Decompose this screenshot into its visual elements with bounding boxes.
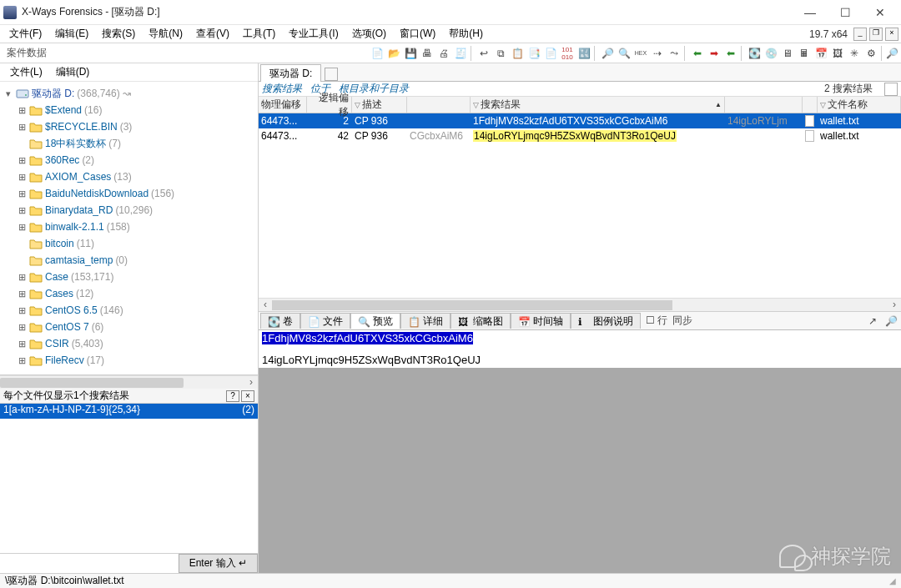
- minimize-button[interactable]: —: [793, 1, 828, 24]
- paste-icon[interactable]: 📋: [510, 46, 525, 61]
- new-icon[interactable]: 📄: [370, 46, 385, 61]
- find-right-icon[interactable]: 🔎: [884, 46, 899, 61]
- shade-restore-button[interactable]: ❐: [869, 28, 883, 41]
- open-icon[interactable]: 📂: [386, 46, 401, 61]
- crumb-results[interactable]: 搜索结果: [262, 82, 302, 96]
- back-icon[interactable]: ↩: [476, 46, 491, 61]
- copy2-icon[interactable]: 📑: [526, 46, 541, 61]
- close-panel-button[interactable]: ×: [241, 390, 254, 402]
- nav-fwd-icon[interactable]: ➡: [707, 46, 722, 61]
- tree-item[interactable]: ⊞ Binarydata_RD (10,296): [2, 202, 256, 219]
- tree-item[interactable]: ⊞ binwalk-2.1.1 (158): [2, 219, 256, 235]
- tab-legend[interactable]: ℹ图例说明: [571, 313, 641, 329]
- menu-window[interactable]: 窗口(W): [393, 25, 442, 43]
- menu-view[interactable]: 查看(V): [189, 25, 236, 43]
- resize-grip-icon[interactable]: ◢: [889, 576, 896, 585]
- tab-file[interactable]: 📄文件: [300, 313, 350, 329]
- enter-button[interactable]: Enter 输入 ↵: [179, 554, 258, 573]
- crumb-scope[interactable]: 根目录和子目录: [339, 82, 409, 96]
- goto-icon[interactable]: ⇢: [650, 46, 665, 61]
- col-physical-offset[interactable]: 物理偏移: [259, 97, 307, 113]
- tab-drive-d[interactable]: 驱动器 D:: [260, 64, 321, 82]
- tree-item[interactable]: ⊞ $RECYCLE.BIN (3): [2, 118, 256, 135]
- tree-item[interactable]: ⊞ CentOS 6.5 (146): [2, 302, 256, 319]
- shade-min-button[interactable]: _: [853, 28, 867, 41]
- menu-help[interactable]: 帮助(H): [442, 25, 490, 43]
- left-menu-file[interactable]: 文件(L): [3, 65, 49, 79]
- result-row[interactable]: 64473... 42 CP 936 CGcbxAiM6 14igLoRYLjm…: [259, 128, 901, 143]
- tab-preview[interactable]: 🔍预览: [350, 313, 400, 329]
- tree-item[interactable]: 18中科实数杯 (7): [2, 135, 256, 152]
- tab-volume[interactable]: 💽卷: [260, 313, 300, 329]
- col-file-icon[interactable]: [803, 97, 818, 113]
- col-logical-offset[interactable]: 逻辑偏移: [307, 97, 352, 113]
- tab-tool-icon[interactable]: [325, 68, 338, 81]
- menu-edit[interactable]: 编辑(E): [48, 25, 95, 43]
- print2-icon[interactable]: 🖨: [436, 46, 451, 61]
- menu-options[interactable]: 选项(O): [345, 25, 393, 43]
- save-icon[interactable]: 💾: [403, 46, 418, 61]
- preview-find-icon[interactable]: 🔎: [883, 314, 899, 329]
- menu-nav[interactable]: 导航(N): [142, 25, 189, 43]
- search-term-row[interactable]: 1[a-km-zA-HJ-NP-Z1-9]{25,34} (2): [0, 404, 258, 419]
- find-icon[interactable]: 🔎: [600, 46, 615, 61]
- menu-search[interactable]: 搜索(S): [95, 25, 142, 43]
- tree-view[interactable]: ▾ 驱动器 D: (368,746) ↝ ⊞ $Extend (16) ⊞ $R…: [0, 82, 258, 375]
- grid-body[interactable]: 64473... 2 CP 936 1FdhjMV8s2kzfAdU6TXVS3…: [259, 113, 901, 298]
- ram-icon[interactable]: 🖥: [780, 46, 795, 61]
- tree-item[interactable]: ⊞ Cases (12): [2, 285, 256, 302]
- tree-item[interactable]: ⊞ 360Rec (2): [2, 152, 256, 168]
- tab-thumbnail[interactable]: 🖼缩略图: [450, 313, 511, 329]
- menu-pro[interactable]: 专业工具(I): [282, 25, 345, 43]
- row-toggle[interactable]: ☐ 行: [646, 314, 667, 328]
- copy3-icon[interactable]: 📄: [543, 46, 558, 61]
- preview-tool1-icon[interactable]: ↗: [864, 314, 881, 329]
- tree-root[interactable]: ▾ 驱动器 D: (368,746) ↝: [2, 85, 256, 102]
- col-search-result[interactable]: ▽搜索结果▲: [471, 97, 725, 113]
- sync-toggle[interactable]: 同步: [672, 314, 692, 328]
- shade-close-button[interactable]: ×: [885, 28, 898, 41]
- disk2-icon[interactable]: 💿: [763, 46, 778, 61]
- decode-icon[interactable]: 🔣: [576, 46, 591, 61]
- tree-item[interactable]: ⊞ FileRecv (17): [2, 352, 256, 369]
- help-button[interactable]: ?: [226, 390, 239, 402]
- result-row[interactable]: 64473... 2 CP 936 1FdhjMV8s2kzfAdU6TXVS3…: [259, 113, 901, 128]
- tree-item[interactable]: ⊞ Case (153,171): [2, 269, 256, 285]
- tab-detail[interactable]: 📋详细: [400, 313, 450, 329]
- gear-icon[interactable]: ⚙: [863, 46, 878, 61]
- tree-scrollbar[interactable]: ‹›: [0, 375, 258, 389]
- left-menu-edit[interactable]: 编辑(D): [49, 65, 97, 79]
- tree-item[interactable]: ⊞ CSIR (5,403): [2, 335, 256, 352]
- cal-icon[interactable]: 📅: [813, 46, 828, 61]
- tree-item[interactable]: camtasia_temp (0): [2, 252, 256, 269]
- find-hex-icon[interactable]: HEX: [633, 46, 648, 61]
- nav-up-icon[interactable]: ⬅: [723, 46, 738, 61]
- crumb-tool-icon[interactable]: [884, 83, 898, 96]
- col-tail[interactable]: [725, 97, 803, 113]
- img-icon[interactable]: 🖼: [830, 46, 845, 61]
- disk-icon[interactable]: 💽: [747, 46, 762, 61]
- goto2-icon[interactable]: ⤳: [667, 46, 682, 61]
- print-icon[interactable]: 🖶: [420, 46, 435, 61]
- tree-item[interactable]: ⊞ CentOS 7 (6): [2, 319, 256, 335]
- tree-item[interactable]: ⊞ BaiduNetdiskDownload (156): [2, 185, 256, 202]
- col-context[interactable]: [407, 97, 471, 113]
- tree-item[interactable]: ⊞ AXIOM_Cases (13): [2, 168, 256, 185]
- hex-icon[interactable]: 101010: [560, 46, 575, 61]
- nav-back-icon[interactable]: ⬅: [690, 46, 705, 61]
- close-button[interactable]: ✕: [863, 1, 898, 24]
- col-filename[interactable]: ▽文件名称: [818, 97, 901, 113]
- copy-icon[interactable]: ⧉: [493, 46, 508, 61]
- preview-pane[interactable]: 1FdhjMV8s2kzfAdU6TXVS35xkCGcbxAiM6 14igL…: [259, 330, 901, 573]
- properties-icon[interactable]: 🧾: [453, 46, 468, 61]
- menu-tools[interactable]: 工具(T): [236, 25, 282, 43]
- grid-scrollbar[interactable]: ‹›: [259, 298, 901, 311]
- search-term-list[interactable]: 1[a-km-zA-HJ-NP-Z1-9]{25,34} (2): [0, 404, 258, 553]
- find-text-icon[interactable]: 🔍: [617, 46, 632, 61]
- col-description[interactable]: ▽描述: [352, 97, 407, 113]
- star-icon[interactable]: ✳: [847, 46, 862, 61]
- maximize-button[interactable]: ☐: [828, 1, 863, 24]
- calc-icon[interactable]: 🖩: [797, 46, 812, 61]
- tab-timeline[interactable]: 📅时间轴: [511, 313, 571, 329]
- tree-item[interactable]: ⊞ $Extend (16): [2, 102, 256, 118]
